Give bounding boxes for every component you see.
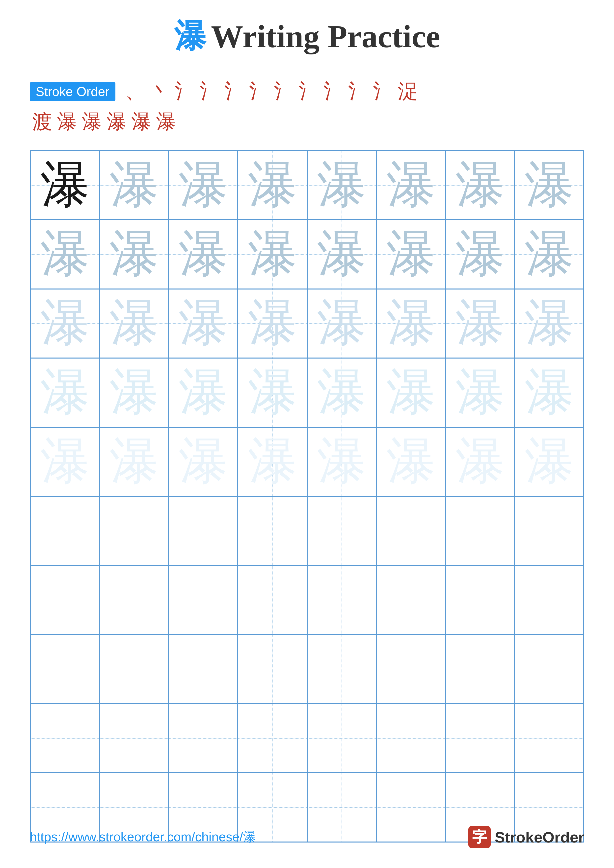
grid-cell[interactable]: 瀑 bbox=[376, 427, 445, 496]
brand-name: StrokeOrder bbox=[494, 828, 584, 846]
practice-char: 瀑 bbox=[248, 299, 297, 348]
grid-cell[interactable] bbox=[169, 566, 238, 634]
grid-cell[interactable] bbox=[30, 635, 99, 704]
stroke-char-3: 氵 bbox=[175, 78, 195, 105]
practice-char: 瀑 bbox=[109, 437, 159, 487]
grid-cell[interactable]: 瀑 bbox=[238, 151, 307, 220]
grid-cell[interactable]: 瀑 bbox=[30, 220, 99, 289]
practice-char: 瀑 bbox=[317, 299, 366, 348]
practice-char: 瀑 bbox=[178, 229, 228, 279]
practice-char: 瀑 bbox=[40, 161, 90, 210]
grid-cell[interactable]: 瀑 bbox=[445, 220, 515, 289]
grid-cell[interactable] bbox=[515, 566, 584, 634]
grid-cell[interactable] bbox=[307, 496, 376, 566]
grid-cell[interactable] bbox=[238, 704, 307, 773]
grid-cell[interactable]: 瀑 bbox=[445, 358, 515, 427]
grid-cell[interactable]: 瀑 bbox=[30, 151, 99, 220]
grid-row: 瀑瀑瀑瀑瀑瀑瀑瀑 bbox=[30, 220, 584, 289]
grid-cell[interactable] bbox=[515, 496, 584, 566]
grid-cell[interactable]: 瀑 bbox=[99, 220, 168, 289]
grid-cell[interactable]: 瀑 bbox=[376, 151, 445, 220]
grid-cell[interactable] bbox=[307, 635, 376, 704]
grid-cell[interactable]: 瀑 bbox=[515, 151, 584, 220]
grid-cell[interactable] bbox=[515, 635, 584, 704]
grid-cell[interactable]: 瀑 bbox=[376, 289, 445, 358]
grid-cell[interactable]: 瀑 bbox=[99, 151, 168, 220]
grid-cell[interactable]: 瀑 bbox=[30, 289, 99, 358]
grid-row bbox=[30, 496, 584, 566]
practice-char: 瀑 bbox=[386, 437, 436, 487]
grid-cell[interactable]: 瀑 bbox=[99, 289, 168, 358]
grid-cell[interactable]: 瀑 bbox=[515, 358, 584, 427]
grid-cell[interactable]: 瀑 bbox=[169, 220, 238, 289]
grid-cell[interactable]: 瀑 bbox=[307, 289, 376, 358]
practice-char: 瀑 bbox=[524, 437, 574, 487]
grid-cell[interactable] bbox=[376, 704, 445, 773]
grid-cell[interactable]: 瀑 bbox=[238, 427, 307, 496]
grid-cell[interactable] bbox=[445, 566, 515, 634]
grid-cell[interactable]: 瀑 bbox=[307, 220, 376, 289]
grid-cell[interactable] bbox=[99, 566, 168, 634]
grid-cell[interactable] bbox=[376, 496, 445, 566]
grid-cell[interactable] bbox=[515, 704, 584, 773]
grid-cell[interactable] bbox=[169, 496, 238, 566]
grid-cell[interactable]: 瀑 bbox=[376, 358, 445, 427]
grid-cell[interactable]: 瀑 bbox=[30, 358, 99, 427]
grid-cell[interactable] bbox=[30, 704, 99, 773]
grid-cell[interactable] bbox=[238, 566, 307, 634]
grid-cell[interactable]: 瀑 bbox=[445, 427, 515, 496]
grid-cell[interactable]: 瀑 bbox=[169, 151, 238, 220]
practice-char: 瀑 bbox=[40, 368, 90, 417]
grid-cell[interactable]: 瀑 bbox=[445, 151, 515, 220]
brand-icon: 字 bbox=[468, 826, 491, 848]
grid-cell[interactable]: 瀑 bbox=[307, 151, 376, 220]
practice-char: 瀑 bbox=[109, 229, 159, 279]
grid-cell[interactable]: 瀑 bbox=[307, 427, 376, 496]
grid-cell[interactable] bbox=[376, 566, 445, 634]
practice-char: 瀑 bbox=[109, 368, 159, 417]
grid-cell[interactable]: 瀑 bbox=[99, 358, 168, 427]
grid-cell[interactable]: 瀑 bbox=[169, 289, 238, 358]
grid-cell[interactable] bbox=[99, 704, 168, 773]
grid-cell[interactable] bbox=[445, 704, 515, 773]
practice-char: 瀑 bbox=[455, 437, 505, 487]
grid-cell[interactable] bbox=[238, 635, 307, 704]
grid-cell[interactable] bbox=[169, 704, 238, 773]
grid-cell[interactable] bbox=[445, 635, 515, 704]
brand-icon-char: 字 bbox=[472, 827, 487, 847]
practice-char: 瀑 bbox=[317, 161, 366, 210]
grid-cell[interactable] bbox=[238, 496, 307, 566]
grid-cell[interactable] bbox=[445, 496, 515, 566]
grid-cell[interactable] bbox=[30, 496, 99, 566]
grid-cell[interactable] bbox=[376, 635, 445, 704]
stroke-char-17: 瀑 bbox=[131, 108, 151, 135]
grid-cell[interactable]: 瀑 bbox=[169, 358, 238, 427]
grid-cell[interactable]: 瀑 bbox=[307, 358, 376, 427]
grid-cell[interactable] bbox=[99, 496, 168, 566]
grid-cell[interactable] bbox=[99, 635, 168, 704]
grid-cell[interactable]: 瀑 bbox=[376, 220, 445, 289]
stroke-char-11: 氵 bbox=[373, 78, 393, 105]
grid-cell[interactable] bbox=[30, 566, 99, 634]
practice-char: 瀑 bbox=[248, 161, 297, 210]
grid-row: 瀑瀑瀑瀑瀑瀑瀑瀑 bbox=[30, 358, 584, 427]
grid-cell[interactable]: 瀑 bbox=[515, 427, 584, 496]
grid-cell[interactable]: 瀑 bbox=[445, 289, 515, 358]
grid-cell[interactable]: 瀑 bbox=[30, 427, 99, 496]
grid-cell[interactable]: 瀑 bbox=[515, 289, 584, 358]
grid-cell[interactable]: 瀑 bbox=[99, 427, 168, 496]
grid-cell[interactable] bbox=[307, 566, 376, 634]
grid-cell[interactable] bbox=[169, 635, 238, 704]
grid-cell[interactable]: 瀑 bbox=[238, 220, 307, 289]
grid-cell[interactable]: 瀑 bbox=[515, 220, 584, 289]
practice-char: 瀑 bbox=[455, 299, 505, 348]
grid-cell[interactable]: 瀑 bbox=[238, 358, 307, 427]
practice-char: 瀑 bbox=[386, 229, 436, 279]
grid-row: 瀑瀑瀑瀑瀑瀑瀑瀑 bbox=[30, 151, 584, 220]
grid-cell[interactable]: 瀑 bbox=[238, 289, 307, 358]
stroke-order-row1: Stroke Order 、 丶 氵 氵 氵 氵 氵 氵 氵 氵 氵 浞 bbox=[30, 78, 420, 105]
practice-char: 瀑 bbox=[524, 161, 574, 210]
grid-cell[interactable] bbox=[307, 704, 376, 773]
grid-row bbox=[30, 566, 584, 634]
grid-cell[interactable]: 瀑 bbox=[169, 427, 238, 496]
